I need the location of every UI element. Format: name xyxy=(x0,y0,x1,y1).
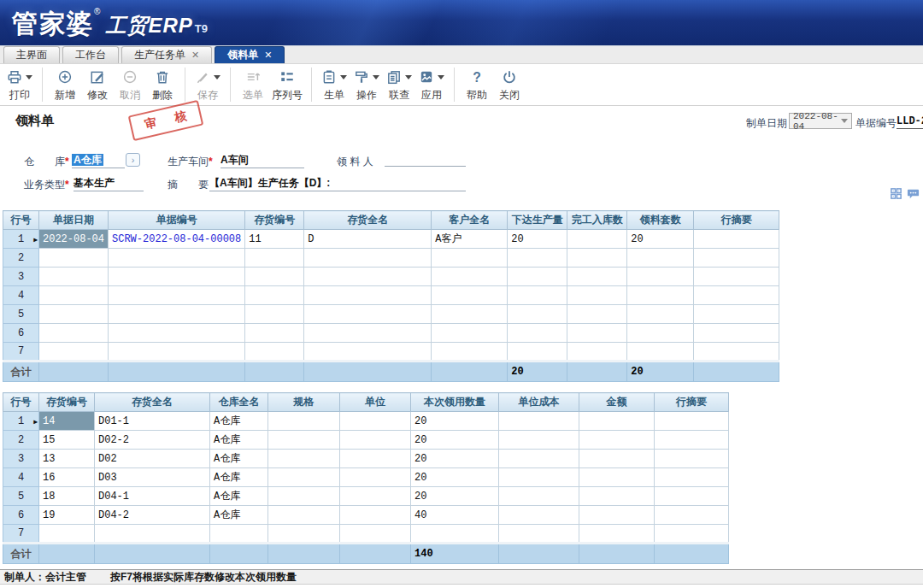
cell[interactable] xyxy=(567,343,627,362)
cell[interactable] xyxy=(268,487,340,506)
cell[interactable] xyxy=(655,525,729,544)
biztype-field[interactable]: 基本生产 xyxy=(73,176,144,191)
cell[interactable] xyxy=(508,249,567,268)
cell[interactable]: 19 xyxy=(39,506,95,525)
cell[interactable] xyxy=(109,343,245,362)
cell[interactable] xyxy=(304,343,432,362)
row-number-cell[interactable]: 2 xyxy=(3,431,39,450)
link-query-button[interactable]: 联查 xyxy=(383,66,415,104)
cell[interactable] xyxy=(694,249,779,268)
cell[interactable] xyxy=(432,268,508,286)
close-button[interactable]: 关闭 xyxy=(493,66,526,104)
row-number-cell[interactable]: 7 xyxy=(3,525,39,544)
cell[interactable] xyxy=(245,268,304,286)
cell[interactable] xyxy=(109,305,245,324)
cell[interactable] xyxy=(655,431,729,450)
cell[interactable] xyxy=(579,506,655,525)
cell[interactable] xyxy=(508,268,567,286)
cell[interactable] xyxy=(567,249,627,268)
cell[interactable] xyxy=(432,343,508,362)
row-number-cell[interactable]: 4 xyxy=(3,286,39,305)
cell[interactable] xyxy=(304,324,432,343)
cell[interactable]: 18 xyxy=(39,487,95,506)
cell[interactable] xyxy=(694,324,779,343)
row-number-cell[interactable]: 7 xyxy=(3,343,39,362)
cell[interactable]: 2022-08-04 xyxy=(39,230,109,249)
cell[interactable]: 13 xyxy=(39,450,95,468)
cell[interactable] xyxy=(268,412,340,431)
chevron-down-icon[interactable] xyxy=(340,75,347,83)
cell[interactable] xyxy=(694,343,779,362)
cell[interactable] xyxy=(340,468,411,487)
cell[interactable] xyxy=(499,468,579,487)
cell[interactable] xyxy=(499,412,579,431)
cell[interactable] xyxy=(567,268,627,286)
row-number-cell[interactable]: 1▶ xyxy=(3,230,39,249)
cell[interactable] xyxy=(109,249,245,268)
row-number-cell[interactable]: 3 xyxy=(3,268,39,286)
cell[interactable] xyxy=(567,305,627,324)
cell[interactable]: D02 xyxy=(95,450,210,468)
cell[interactable]: 40 xyxy=(411,506,499,525)
cell[interactable] xyxy=(340,412,411,431)
cell[interactable]: A仓库 xyxy=(210,412,268,431)
layout-grid-icon[interactable] xyxy=(890,187,902,203)
edit-button[interactable]: 修改 xyxy=(81,66,114,104)
row-number-cell[interactable]: 4 xyxy=(3,468,39,487)
chevron-down-icon[interactable] xyxy=(405,75,412,83)
cell[interactable] xyxy=(627,249,694,268)
cell[interactable] xyxy=(268,450,340,468)
cell[interactable] xyxy=(499,506,579,525)
comment-icon[interactable] xyxy=(907,187,920,203)
cell[interactable] xyxy=(245,286,304,305)
tab-material-requisition[interactable]: 领料单✕ xyxy=(215,46,285,63)
cell[interactable] xyxy=(109,324,245,343)
cell[interactable]: 20 xyxy=(411,412,499,431)
save-button[interactable]: 保存 xyxy=(191,66,224,104)
cell[interactable]: D xyxy=(304,230,432,249)
chevron-down-icon[interactable] xyxy=(438,75,444,83)
cell[interactable] xyxy=(432,286,508,305)
row-number-cell[interactable]: 6 xyxy=(3,506,39,525)
cell[interactable] xyxy=(432,324,508,343)
cell[interactable] xyxy=(95,525,210,544)
row-number-cell[interactable]: 5 xyxy=(3,487,39,506)
cell[interactable] xyxy=(567,286,627,305)
cell[interactable] xyxy=(304,268,432,286)
cell[interactable] xyxy=(627,343,694,362)
cell[interactable] xyxy=(39,525,95,544)
cell[interactable] xyxy=(304,286,432,305)
tab-production-task[interactable]: 生产任务单✕ xyxy=(121,46,212,63)
delete-button[interactable]: 删除 xyxy=(146,66,179,104)
cell[interactable] xyxy=(245,305,304,324)
help-button[interactable]: ?帮助 xyxy=(461,66,493,104)
cell[interactable] xyxy=(268,525,340,544)
apply-button[interactable]: 应用 xyxy=(415,66,448,104)
cell[interactable] xyxy=(579,412,655,431)
cell[interactable]: 20 xyxy=(508,230,567,249)
cell[interactable] xyxy=(109,286,245,305)
chevron-down-icon[interactable] xyxy=(26,75,32,83)
cell[interactable] xyxy=(579,487,655,506)
cell[interactable] xyxy=(39,305,109,324)
cell[interactable]: 20 xyxy=(627,230,694,249)
cell[interactable] xyxy=(694,286,779,305)
cell[interactable] xyxy=(340,525,411,544)
cell[interactable] xyxy=(655,468,729,487)
add-button[interactable]: 新增 xyxy=(49,66,81,104)
cell[interactable] xyxy=(627,324,694,343)
cell[interactable]: 20 xyxy=(411,487,499,506)
cell[interactable] xyxy=(694,305,779,324)
tab-main[interactable]: 主界面 xyxy=(3,46,60,63)
cell[interactable] xyxy=(579,450,655,468)
row-number-cell[interactable]: 3 xyxy=(3,450,39,468)
cell[interactable] xyxy=(340,431,411,450)
cell[interactable]: D03 xyxy=(95,468,210,487)
picker-field[interactable] xyxy=(385,153,466,167)
cell[interactable] xyxy=(627,286,694,305)
pick-bill-button[interactable]: 选单 xyxy=(237,66,269,104)
cell[interactable] xyxy=(508,343,567,362)
row-number-cell[interactable]: 6 xyxy=(3,324,39,343)
cell[interactable] xyxy=(499,431,579,450)
cell[interactable] xyxy=(340,506,411,525)
